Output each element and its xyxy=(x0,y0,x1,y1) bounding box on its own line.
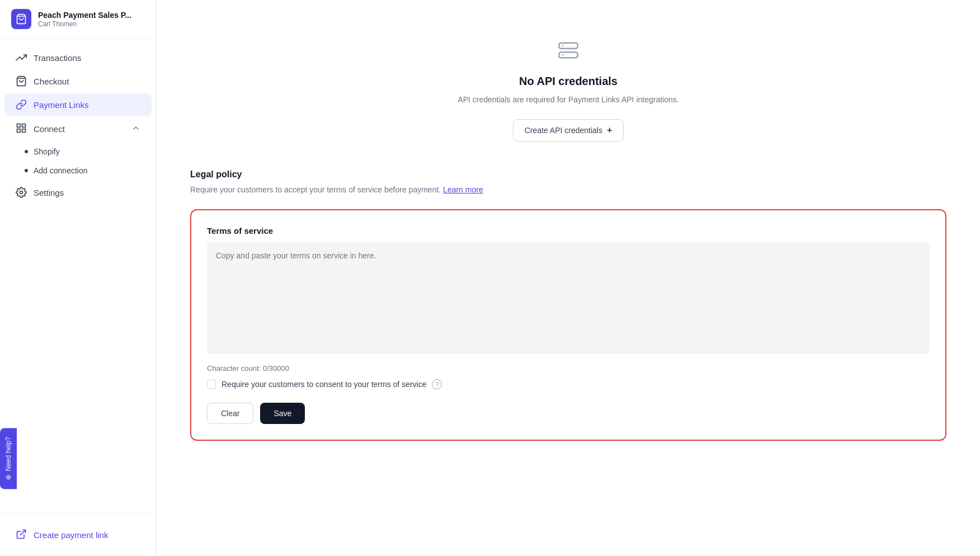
settings-label: Settings xyxy=(34,188,64,197)
sidebar-bottom: Create payment link xyxy=(0,513,156,556)
main-content: No API credentials API credentials are r… xyxy=(157,0,980,556)
link-icon xyxy=(16,99,27,110)
add-connection-label: Add connection xyxy=(34,166,88,175)
sidebar-nav: Transactions Checkout Payment Links Conn… xyxy=(0,39,156,513)
svg-line-7 xyxy=(20,530,25,535)
sidebar-item-add-connection[interactable]: Add connection xyxy=(25,161,156,180)
sidebar-item-shopify[interactable]: Shopify xyxy=(25,142,156,161)
svg-rect-4 xyxy=(22,129,26,133)
bag-icon xyxy=(16,13,27,25)
tos-actions: Clear Save xyxy=(207,403,930,424)
transactions-label: Transactions xyxy=(34,53,81,63)
app-name: Peach Payment Sales P... xyxy=(38,10,131,20)
create-api-credentials-button[interactable]: Create API credentials + xyxy=(513,119,624,142)
user-name: Carl Thomen xyxy=(38,20,131,28)
app-title-block: Peach Payment Sales P... Carl Thomen xyxy=(38,10,131,28)
svg-rect-2 xyxy=(17,124,21,128)
grid-icon xyxy=(16,122,27,135)
sidebar-header: Peach Payment Sales P... Carl Thomen xyxy=(0,0,156,39)
help-icon: ⊕ xyxy=(4,474,12,480)
shopping-bag-icon xyxy=(16,76,27,87)
svg-rect-5 xyxy=(17,129,21,133)
sidebar-item-transactions[interactable]: Transactions xyxy=(4,46,152,69)
legal-policy-desc: Require your customers to accept your te… xyxy=(190,185,441,194)
sidebar-item-connect[interactable]: Connect xyxy=(4,117,152,141)
create-api-label: Create API credentials xyxy=(525,126,602,135)
svg-point-6 xyxy=(20,191,23,194)
sidebar: Peach Payment Sales P... Carl Thomen Tra… xyxy=(0,0,157,556)
api-credentials-section: No API credentials API credentials are r… xyxy=(190,22,946,169)
payment-links-label: Payment Links xyxy=(34,100,88,110)
char-count: Character count: 0/30000 xyxy=(207,364,930,373)
chevron-up-icon xyxy=(131,124,140,134)
sub-nav-dot xyxy=(25,169,28,172)
sidebar-item-settings[interactable]: Settings xyxy=(4,181,152,204)
legal-policy-title: Legal policy xyxy=(190,169,946,180)
svg-rect-9 xyxy=(559,52,577,58)
checkout-label: Checkout xyxy=(34,77,69,86)
api-creds-description: API credentials are required for Payment… xyxy=(458,93,679,106)
connect-sub-nav: Shopify Add connection xyxy=(0,142,156,180)
svg-rect-8 xyxy=(559,43,577,49)
database-icon xyxy=(557,39,579,66)
settings-icon xyxy=(16,187,27,198)
sidebar-item-payment-links[interactable]: Payment Links xyxy=(4,93,152,116)
clear-button[interactable]: Clear xyxy=(207,403,253,424)
need-help-button[interactable]: ⊕ Need help? xyxy=(0,428,17,489)
legal-policy-subtitle: Require your customers to accept your te… xyxy=(190,184,946,196)
consent-help-icon[interactable]: ? xyxy=(432,379,442,389)
consent-label: Require your customers to consent to you… xyxy=(222,380,426,389)
trending-up-icon xyxy=(16,52,27,63)
app-logo xyxy=(11,9,31,29)
tos-textarea[interactable] xyxy=(207,242,930,354)
external-link-icon xyxy=(16,529,27,541)
consent-checkbox[interactable] xyxy=(207,380,216,389)
api-creds-title: No API credentials xyxy=(519,75,618,88)
consent-row: Require your customers to consent to you… xyxy=(207,379,930,389)
learn-more-link[interactable]: Learn more xyxy=(443,185,483,194)
legal-policy-section: Legal policy Require your customers to a… xyxy=(190,169,946,441)
sidebar-item-checkout[interactable]: Checkout xyxy=(4,70,152,92)
shopify-label: Shopify xyxy=(34,147,60,156)
tos-card-title: Terms of service xyxy=(207,226,930,235)
sub-nav-dot xyxy=(25,150,28,153)
terms-of-service-card: Terms of service Character count: 0/3000… xyxy=(190,209,946,441)
create-link-label: Create payment link xyxy=(34,530,108,540)
save-button[interactable]: Save xyxy=(260,403,305,424)
svg-rect-3 xyxy=(22,124,26,128)
need-help-label: Need help? xyxy=(4,437,12,471)
plus-icon: + xyxy=(607,125,612,135)
connect-label: Connect xyxy=(34,124,65,134)
create-payment-link-button[interactable]: Create payment link xyxy=(4,523,152,547)
